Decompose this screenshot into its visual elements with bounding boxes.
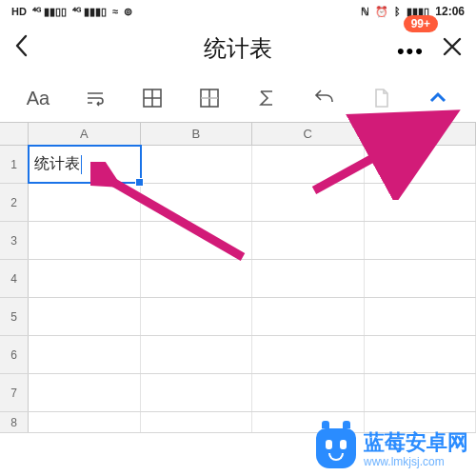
signal-2-icon: ⁴ᴳ ▮▮▮▯ xyxy=(72,7,107,17)
nfc-icon: ℕ xyxy=(361,7,369,17)
row-header-8[interactable]: 8 xyxy=(0,412,29,432)
font-style-button[interactable]: Aa xyxy=(19,81,57,115)
cell-b7[interactable] xyxy=(141,374,253,411)
cell-a6[interactable] xyxy=(29,336,141,373)
row-header-6[interactable]: 6 xyxy=(0,336,29,373)
cell-d4[interactable] xyxy=(365,260,477,297)
row-header-1[interactable]: 1 xyxy=(0,146,29,183)
sum-button[interactable] xyxy=(248,81,286,115)
back-button[interactable] xyxy=(13,33,30,65)
alarm-icon: ⏰ xyxy=(375,7,388,17)
clock: 12:06 xyxy=(435,5,465,18)
cell-b5[interactable] xyxy=(141,298,253,335)
column-header-b[interactable]: B xyxy=(141,123,253,145)
expand-toolbar-button[interactable] xyxy=(419,81,457,115)
cell-d3[interactable] xyxy=(365,222,477,259)
cell-b8[interactable] xyxy=(141,412,253,432)
watermark: 蓝莓安卓网 www.lmkjsj.com xyxy=(316,428,468,468)
cell-c3[interactable] xyxy=(252,222,365,259)
cell-c1[interactable] xyxy=(252,146,365,183)
hotspot-icon: ⊚ xyxy=(124,7,132,17)
column-header-c[interactable]: C xyxy=(252,123,365,145)
borders-all-button[interactable] xyxy=(133,81,171,115)
text-cursor xyxy=(81,155,82,174)
row-header-4[interactable]: 4 xyxy=(0,260,29,297)
wrap-text-button[interactable] xyxy=(76,81,114,115)
close-button[interactable] xyxy=(442,34,463,64)
cell-d6[interactable] xyxy=(365,336,477,373)
cell-c7[interactable] xyxy=(252,374,365,411)
cell-d1[interactable] xyxy=(365,146,477,183)
borders-outer-button[interactable] xyxy=(190,81,228,115)
cell-c6[interactable] xyxy=(252,336,365,373)
cell-a8[interactable] xyxy=(29,412,141,432)
cell-d5[interactable] xyxy=(365,298,477,335)
undo-button[interactable] xyxy=(305,81,343,115)
cell-b4[interactable] xyxy=(141,260,253,297)
cell-c2[interactable] xyxy=(252,184,365,221)
cell-a1-value: 统计表 xyxy=(34,154,80,174)
row-header-7[interactable]: 7 xyxy=(0,374,29,411)
cell-d2[interactable] xyxy=(365,184,477,221)
bluetooth-icon: ᛒ xyxy=(394,7,401,17)
notification-badge[interactable]: 99+ xyxy=(404,15,438,32)
cell-a5[interactable] xyxy=(29,298,141,335)
cell-b6[interactable] xyxy=(141,336,253,373)
hd-indicator: HD xyxy=(11,7,27,17)
row-header-3[interactable]: 3 xyxy=(0,222,29,259)
cell-b3[interactable] xyxy=(141,222,253,259)
cell-c4[interactable] xyxy=(252,260,365,297)
column-header-d[interactable]: D xyxy=(365,123,477,145)
cell-d7[interactable] xyxy=(365,374,477,411)
select-all-corner[interactable] xyxy=(0,123,29,145)
row-header-2[interactable]: 2 xyxy=(0,184,29,221)
cell-a1[interactable]: 统计表 xyxy=(29,146,141,183)
cell-a4[interactable] xyxy=(29,260,141,297)
insert-object-button[interactable] xyxy=(362,81,400,115)
watermark-url: www.lmkjsj.com xyxy=(364,455,468,468)
cell-b1[interactable] xyxy=(141,146,253,183)
more-menu-button[interactable]: ••• xyxy=(397,35,425,62)
watermark-mascot-icon xyxy=(316,428,356,468)
cell-a7[interactable] xyxy=(29,374,141,411)
row-header-5[interactable]: 5 xyxy=(0,298,29,335)
cell-b2[interactable] xyxy=(141,184,253,221)
cell-c5[interactable] xyxy=(252,298,365,335)
column-header-a[interactable]: A xyxy=(29,123,141,145)
document-title: 统计表 xyxy=(204,33,272,64)
title-bar: 统计表 99+ ••• xyxy=(0,23,476,74)
wifi-icon: ≈ xyxy=(112,7,118,17)
watermark-title: 蓝莓安卓网 xyxy=(364,430,468,454)
spreadsheet-grid[interactable]: A B C D 1 统计表 2 3 4 5 6 7 8 xyxy=(0,122,476,433)
format-toolbar: Aa xyxy=(0,74,476,122)
cell-a2[interactable] xyxy=(29,184,141,221)
signal-1-icon: ⁴ᴳ ▮▮▯▯ xyxy=(32,7,67,17)
cell-a3[interactable] xyxy=(29,222,141,259)
